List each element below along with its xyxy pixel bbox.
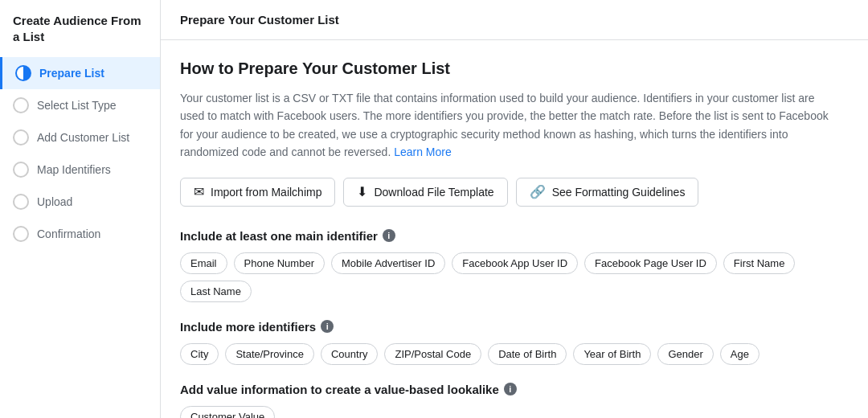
tag-item: Facebook App User ID <box>452 252 578 274</box>
description-body: Your customer list is a CSV or TXT file … <box>180 92 829 158</box>
main-identifiers-section: Include at least one main identifier i E… <box>180 229 849 302</box>
sidebar-item-add-customer-list[interactable]: Add Customer List <box>0 121 160 154</box>
sidebar-item-label-add-customer-list: Add Customer List <box>37 131 129 144</box>
sidebar-item-map-identifiers[interactable]: Map Identifiers <box>0 154 160 186</box>
step-circle-confirmation <box>13 226 29 242</box>
main-header: Prepare Your Customer List <box>161 0 868 40</box>
tag-item: ZIP/Postal Code <box>384 343 481 365</box>
main-identifiers-title-text: Include at least one main identifier <box>180 229 378 243</box>
step-circle-map-identifiers <box>13 162 29 178</box>
tag-item: City <box>180 343 219 365</box>
tag-item: Mobile Advertiser ID <box>331 252 445 274</box>
formatting-guidelines-button[interactable]: 🔗 See Formatting Guidelines <box>516 178 699 207</box>
tag-item: Age <box>720 343 760 365</box>
more-identifiers-info-icon[interactable]: i <box>321 320 334 333</box>
import-mailchimp-label: Import from Mailchimp <box>211 186 321 199</box>
more-identifiers-section: Include more identifiers i CityState/Pro… <box>180 320 849 365</box>
value-info-title-text: Add value information to create a value-… <box>180 383 499 396</box>
action-buttons-group: ✉ Import from Mailchimp ⬇ Download File … <box>180 178 849 207</box>
more-identifiers-title: Include more identifiers i <box>180 320 849 334</box>
tag-item: State/Province <box>225 343 314 365</box>
main-identifiers-info-icon[interactable]: i <box>383 229 395 242</box>
sidebar-item-confirmation[interactable]: Confirmation <box>0 218 160 250</box>
download-icon: ⬇ <box>357 186 367 199</box>
sidebar-item-label-map-identifiers: Map Identifiers <box>37 163 111 176</box>
step-circle-select-list-type <box>13 97 29 113</box>
tag-item: Customer Value <box>180 406 275 418</box>
tag-item: Gender <box>657 343 713 365</box>
tag-item: Year of Birth <box>573 343 651 365</box>
link-icon: 🔗 <box>530 186 546 199</box>
tag-item: Date of Birth <box>488 343 567 365</box>
sidebar-item-label-select-list-type: Select List Type <box>37 99 117 112</box>
value-info-section: Add value information to create a value-… <box>180 383 849 418</box>
sidebar-item-label-upload: Upload <box>37 195 72 208</box>
tag-item: Email <box>180 252 227 274</box>
learn-more-link[interactable]: Learn More <box>394 145 452 158</box>
tag-item: Country <box>321 343 379 365</box>
tag-item: Last Name <box>180 281 252 302</box>
main-identifiers-tags: EmailPhone NumberMobile Advertiser IDFac… <box>180 252 849 302</box>
sidebar: Create Audience From a List Prepare List… <box>0 0 161 418</box>
sidebar-item-label-prepare-list: Prepare List <box>39 67 104 80</box>
main-header-title: Prepare Your Customer List <box>180 13 339 27</box>
tag-item: Phone Number <box>234 252 325 274</box>
step-circle-prepare-list <box>15 65 31 81</box>
value-info-icon[interactable]: i <box>504 383 517 395</box>
download-template-button[interactable]: ⬇ Download File Template <box>343 178 507 207</box>
step-circle-upload <box>13 194 29 210</box>
step-circle-add-customer-list <box>13 129 29 145</box>
description-text: Your customer list is a CSV or TXT file … <box>180 89 839 162</box>
tag-item: First Name <box>723 252 796 274</box>
formatting-guidelines-label: See Formatting Guidelines <box>552 186 686 199</box>
more-identifiers-title-text: Include more identifiers <box>180 320 316 334</box>
value-info-title: Add value information to create a value-… <box>180 383 849 396</box>
main-identifiers-title: Include at least one main identifier i <box>180 229 849 243</box>
import-mailchimp-button[interactable]: ✉ Import from Mailchimp <box>180 178 335 207</box>
download-template-label: Download File Template <box>374 186 493 199</box>
sidebar-item-upload[interactable]: Upload <box>0 186 160 218</box>
main-content-area: Prepare Your Customer List How to Prepar… <box>161 0 868 418</box>
main-body: How to Prepare Your Customer List Your c… <box>161 40 868 418</box>
more-identifiers-tags: CityState/ProvinceCountryZIP/Postal Code… <box>180 343 849 365</box>
value-info-tags: Customer Value <box>180 406 849 418</box>
section-title: How to Prepare Your Customer List <box>180 59 849 78</box>
sidebar-title: Create Audience From a List <box>0 13 160 57</box>
tag-item: Facebook Page User ID <box>584 252 717 274</box>
sidebar-item-label-confirmation: Confirmation <box>37 227 100 240</box>
sidebar-item-prepare-list[interactable]: Prepare List <box>0 57 160 89</box>
sidebar-item-select-list-type[interactable]: Select List Type <box>0 89 160 121</box>
mailchimp-icon: ✉ <box>194 186 204 199</box>
